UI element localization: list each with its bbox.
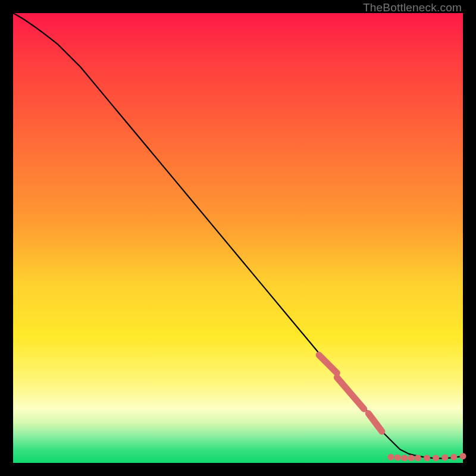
chart-stage: TheBottleneck.com: [0, 0, 476, 476]
curve-svg: [13, 13, 463, 463]
highlight-dot: [433, 455, 439, 461]
highlight-dot: [415, 455, 421, 461]
highlight-dot: [460, 453, 466, 459]
highlight-dot: [450, 454, 457, 461]
highlight-dot: [401, 455, 408, 461]
highlight-dot: [424, 455, 430, 461]
watermark-text: TheBottleneck.com: [363, 1, 462, 14]
highlight-dot: [388, 454, 394, 461]
highlight-dash: [337, 377, 364, 409]
bottleneck-curve: [13, 13, 463, 458]
highlight-dot: [408, 455, 415, 461]
highlight-dot: [394, 454, 401, 461]
highlight-dash: [368, 414, 382, 431]
highlight-dot: [441, 454, 448, 461]
highlight-clusters: [319, 355, 382, 432]
highlight-dots: [388, 453, 466, 461]
highlight-dash: [319, 355, 337, 373]
plot-area: [13, 13, 463, 463]
